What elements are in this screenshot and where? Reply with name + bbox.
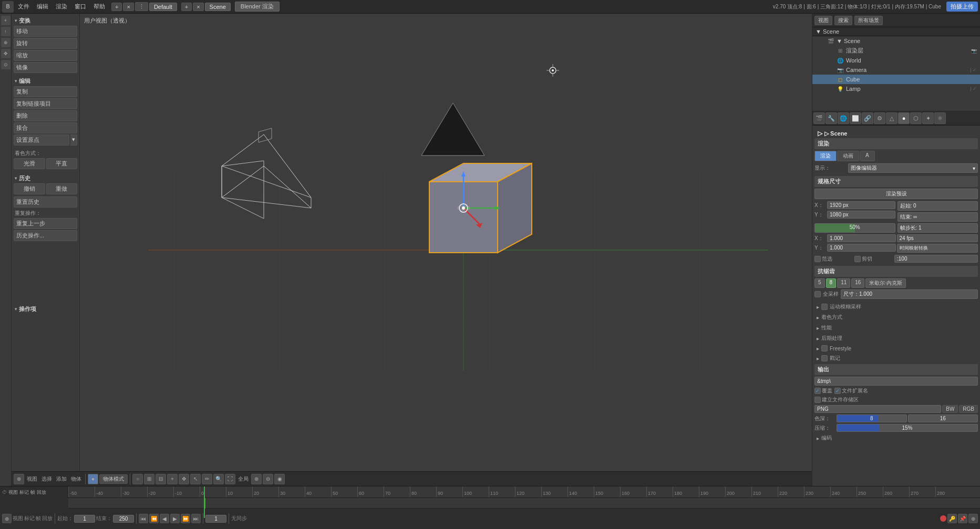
create-dirs-checkbox[interactable] [814, 397, 821, 403]
history-section[interactable]: ▾ 历史 [14, 173, 77, 183]
undo-btn[interactable]: 撤销 [14, 183, 45, 194]
post-processing-section[interactable]: ▸ 后期处理 [814, 334, 978, 343]
record-button[interactable] [940, 515, 946, 522]
tab-particles[interactable]: ✦ [922, 112, 934, 124]
tl-skip-start[interactable]: ⏮ [139, 514, 148, 523]
debug-section[interactable]: ▸ 戳记 [814, 354, 978, 363]
menu-window[interactable]: 窗口 [71, 2, 89, 12]
viewport-icon4[interactable]: ✥ [179, 474, 189, 484]
format-dropdown[interactable]: PNG [814, 405, 941, 413]
fps-value[interactable]: 24 fps [897, 234, 978, 242]
aa-header[interactable]: 抗锯齿 [814, 266, 978, 277]
toolbar-tool4[interactable]: ⊙ [1, 60, 11, 69]
duplicate-btn[interactable]: 复制 [14, 86, 77, 97]
fullscreen-btn[interactable]: ⛶ [225, 474, 235, 484]
res-end[interactable]: 结束: ∞ [898, 212, 978, 222]
tl-start-field[interactable]: 1 [74, 515, 95, 523]
outliner-item-cube[interactable]: ◻ Cube | ✓ [812, 75, 980, 84]
motion-blur-checkbox[interactable] [821, 304, 828, 310]
mode-icon[interactable]: ● [88, 474, 98, 484]
res-y-value[interactable]: 1080 px [827, 211, 895, 219]
outliner-item-camera[interactable]: 📷 Camera | ✓ [812, 65, 980, 75]
tab-data[interactable]: △ [886, 112, 898, 124]
tl-step-back[interactable]: ⏪ [149, 514, 159, 523]
duplicate-link-btn[interactable]: 复制链接项目 [14, 98, 77, 109]
flat-btn[interactable]: 平直 [46, 158, 78, 169]
operations-section[interactable]: ▾ 操作项 [14, 304, 77, 314]
repeat-last-btn[interactable]: 重复上一步 [14, 218, 77, 229]
rp-view-btn[interactable]: 视图 [814, 16, 832, 25]
tl-frame[interactable]: 帧 [36, 515, 41, 522]
resolution-pct[interactable]: 50% [814, 223, 895, 233]
rotate-btn[interactable]: 旋转 [14, 38, 77, 49]
proportional-icon[interactable]: ◉ [274, 474, 285, 484]
aspect-x-value[interactable]: 1.000 [827, 234, 896, 242]
workspace-remove[interactable]: × [123, 3, 133, 11]
toolbar-tool3[interactable]: ✥ [1, 49, 11, 58]
viewport-icon6[interactable]: ✏ [202, 474, 212, 484]
render-label[interactable]: 全局 [236, 475, 250, 483]
tab-render[interactable]: 🎬 [813, 112, 825, 124]
set-origin-btn[interactable]: 设置原点 [14, 134, 69, 146]
toolbar-tool1[interactable]: ↑ [1, 27, 11, 36]
aspect-y-value[interactable]: 1.000 [827, 244, 896, 252]
tab-physics[interactable]: ⚛ [934, 112, 946, 124]
tl-skip-end[interactable]: ⏭ [191, 514, 201, 523]
viewport-icon1[interactable]: ⊞ [144, 474, 154, 484]
encoding-section[interactable]: ▸ 编码 [814, 433, 978, 443]
transform-section[interactable]: ▾ 变换 [14, 16, 77, 26]
file-ext-checkbox[interactable]: ✓ [834, 388, 841, 394]
tab-material[interactable]: ● [898, 112, 910, 124]
set-origin-arrow[interactable]: ▾ [70, 134, 77, 146]
join-btn[interactable]: 接合 [14, 122, 77, 133]
clear-history-btn[interactable]: 重置历史 [14, 196, 77, 208]
outliner-item-layer[interactable]: ⊞ 渲染层 📷 [812, 46, 980, 56]
upload-button[interactable]: 拍摄上传 [946, 2, 978, 12]
menu-file[interactable]: 文件 [15, 2, 33, 12]
tl-view[interactable]: 视图 [13, 515, 23, 522]
outliner-item-scene[interactable]: 🎬 ▼ Scene [812, 36, 980, 46]
tab-world[interactable]: 🌐 [838, 112, 849, 124]
toolbar-tool2[interactable]: ⊕ [1, 38, 11, 47]
overwrite-checkbox[interactable]: ✓ [814, 388, 821, 394]
viewport-icon7[interactable]: 🔍 [213, 474, 224, 484]
performance-section[interactable]: ▸ 性能 [814, 323, 978, 333]
draw-type-icon[interactable]: ○ [132, 474, 143, 484]
tab-object[interactable]: ⬜ [850, 112, 861, 124]
bw-btn[interactable]: BW [942, 405, 958, 413]
render-tab-render[interactable]: 渲染 [814, 151, 837, 161]
res-start[interactable]: 起始: 0 [898, 201, 978, 211]
aa-11[interactable]: 11 [837, 278, 850, 288]
render-section-header[interactable]: 渲染 [814, 138, 978, 149]
tl-play[interactable]: ▶ [170, 514, 180, 523]
render-icon[interactable]: ⊕ [251, 474, 262, 484]
tl-step-fwd[interactable]: ⏩ [181, 514, 190, 523]
crop-checkbox[interactable] [854, 256, 861, 262]
scene-remove[interactable]: × [193, 3, 203, 11]
redo-btn[interactable]: 重做 [46, 183, 78, 194]
outliner-item-lamp[interactable]: 💡 Lamp | ✓ [812, 84, 980, 94]
snap-icon[interactable]: ⊖ [263, 474, 273, 484]
crop-value[interactable]: :100 [894, 255, 978, 263]
mode-selector[interactable]: 物体模式 [99, 474, 128, 484]
viewport-mode-icon[interactable]: ⊕ [14, 474, 24, 484]
layout-select[interactable]: ⋮ [135, 2, 148, 11]
color-depth-val[interactable]: 8 [837, 414, 907, 422]
time-remap[interactable]: 时间映射转换 [897, 244, 978, 253]
playhead[interactable] [204, 486, 205, 518]
render-tab-a[interactable]: A [860, 151, 875, 161]
scene-add[interactable]: + [181, 3, 192, 11]
aa-5[interactable]: 5 [814, 278, 825, 288]
smooth-btn[interactable]: 光滑 [14, 158, 45, 169]
menu-help[interactable]: 帮助 [90, 2, 108, 12]
debug-checkbox[interactable] [821, 355, 828, 361]
menu-edit[interactable]: 编辑 [34, 2, 51, 12]
render-preset-dropdown[interactable]: 渲染预设 [814, 189, 978, 199]
viewport[interactable]: 用户视图（透视） [80, 14, 812, 514]
step-size[interactable]: 帧步长: 1 [898, 223, 978, 233]
tab-constraints[interactable]: 🔗 [862, 112, 873, 124]
scale-btn[interactable]: 缩放 [14, 50, 77, 61]
tl-key-icon[interactable]: 🔑 [947, 514, 957, 523]
render-engine[interactable]: Blender 渲染 [235, 2, 280, 12]
border-checkbox[interactable] [814, 256, 821, 262]
